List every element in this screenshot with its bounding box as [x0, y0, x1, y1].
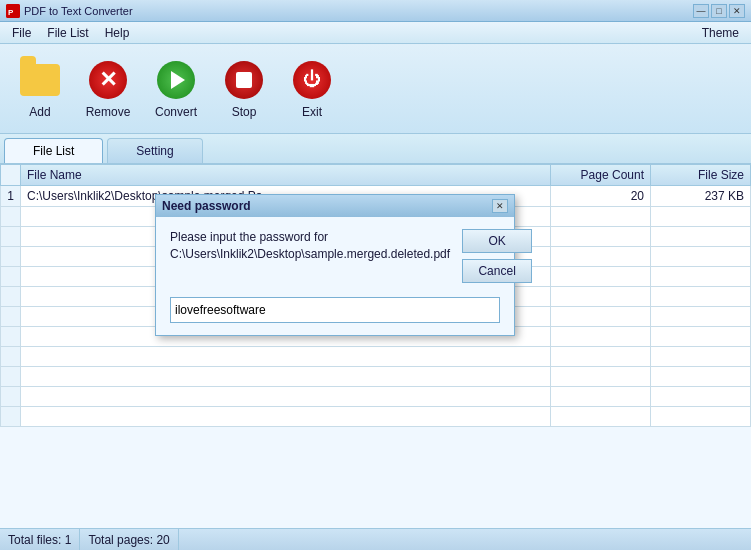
- empty-row: [1, 367, 751, 387]
- dialog-title: Need password: [162, 199, 251, 213]
- col-file-size: File Size: [651, 165, 751, 186]
- add-label: Add: [29, 105, 50, 119]
- convert-button[interactable]: Convert: [144, 49, 208, 129]
- exit-label: Exit: [302, 105, 322, 119]
- cancel-button[interactable]: Cancel: [462, 259, 532, 283]
- menu-bar: File File List Help Theme: [0, 22, 751, 44]
- remove-button[interactable]: ✕ Remove: [76, 49, 140, 129]
- dialog-body: Please input the password for C:\Users\I…: [156, 217, 514, 335]
- stop-icon: [223, 59, 265, 101]
- remove-icon: ✕: [87, 59, 129, 101]
- empty-row: [1, 407, 751, 427]
- empty-row: [1, 347, 751, 367]
- main-content: File Name Page Count File Size 1 C:\User…: [0, 164, 751, 550]
- col-filename: File Name: [21, 165, 551, 186]
- app-icon: P: [6, 4, 20, 18]
- add-button[interactable]: Add: [8, 49, 72, 129]
- toolbar: Add ✕ Remove Convert Stop ⏻: [0, 44, 751, 134]
- tab-file-list[interactable]: File List: [4, 138, 103, 163]
- svg-text:P: P: [8, 8, 14, 17]
- password-input-area: [170, 297, 500, 323]
- dialog-close-button[interactable]: ✕: [492, 199, 508, 213]
- maximize-button[interactable]: □: [711, 4, 727, 18]
- window-controls: — □ ✕: [693, 4, 745, 18]
- title-bar: P PDF to Text Converter — □ ✕: [0, 0, 751, 22]
- table-header-row: File Name Page Count File Size: [1, 165, 751, 186]
- status-total-files: Total files: 1: [0, 529, 80, 550]
- row-page-count: 20: [551, 186, 651, 207]
- empty-row: [1, 387, 751, 407]
- app-title: PDF to Text Converter: [24, 5, 133, 17]
- dialog-title-bar: Need password ✕: [156, 195, 514, 217]
- minimize-button[interactable]: —: [693, 4, 709, 18]
- close-button[interactable]: ✕: [729, 4, 745, 18]
- exit-button[interactable]: ⏻ Exit: [280, 49, 344, 129]
- stop-label: Stop: [232, 105, 257, 119]
- row-num: 1: [1, 186, 21, 207]
- col-page-count: Page Count: [551, 165, 651, 186]
- stop-button[interactable]: Stop: [212, 49, 276, 129]
- convert-icon: [155, 59, 197, 101]
- row-file-size: 237 KB: [651, 186, 751, 207]
- password-dialog: Need password ✕ Please input the passwor…: [155, 194, 515, 336]
- remove-label: Remove: [86, 105, 131, 119]
- convert-label: Convert: [155, 105, 197, 119]
- status-total-pages: Total pages: 20: [80, 529, 178, 550]
- menu-help[interactable]: Help: [97, 24, 138, 42]
- dialog-message: Please input the password for C:\Users\I…: [170, 229, 450, 263]
- col-num: [1, 165, 21, 186]
- ok-button[interactable]: OK: [462, 229, 532, 253]
- exit-icon: ⏻: [291, 59, 333, 101]
- folder-icon: [19, 59, 61, 101]
- status-bar: Total files: 1 Total pages: 20: [0, 528, 751, 550]
- menu-file-list[interactable]: File List: [39, 24, 96, 42]
- tab-setting[interactable]: Setting: [107, 138, 202, 163]
- password-input[interactable]: [170, 297, 500, 323]
- menu-file[interactable]: File: [4, 24, 39, 42]
- tabs-container: File List Setting: [0, 134, 751, 164]
- dialog-buttons: OK Cancel: [462, 229, 532, 283]
- theme-button[interactable]: Theme: [694, 24, 747, 42]
